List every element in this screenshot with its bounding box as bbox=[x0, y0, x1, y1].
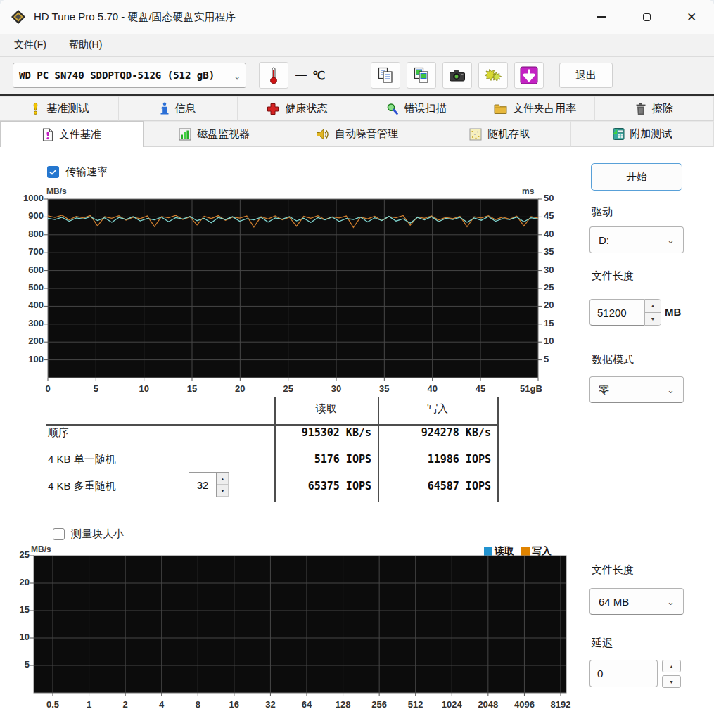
tab-随机存取[interactable]: 随机存取 bbox=[428, 121, 571, 147]
spinner-arrows[interactable]: ▲▼ bbox=[216, 473, 229, 497]
copy-text-button[interactable] bbox=[371, 62, 400, 89]
transfer-rate-checkbox[interactable] bbox=[47, 166, 59, 178]
tab-错误扫描[interactable]: 错误扫描 bbox=[357, 96, 476, 121]
menu-item-file[interactable]: 文件(F) bbox=[14, 39, 46, 51]
drive-dropdown-value: D: bbox=[599, 234, 609, 246]
app-icon bbox=[11, 9, 26, 25]
tab-label: 磁盘监视器 bbox=[197, 127, 250, 141]
axis-tick: 20 bbox=[544, 300, 565, 310]
write-legend-swatch bbox=[521, 547, 530, 556]
check-icon bbox=[49, 169, 57, 175]
block-size-label: 测量块大小 bbox=[71, 528, 124, 541]
info-icon bbox=[160, 102, 169, 115]
drive-select[interactable]: WD PC SN740 SDDPTQD-512G (512 gB) ⌄ bbox=[13, 63, 246, 88]
file-benchmark-icon bbox=[42, 128, 53, 141]
chevron-down-icon: ⌄ bbox=[234, 70, 240, 81]
spin-down-icon[interactable]: ▼ bbox=[645, 313, 661, 326]
axis-tick: 20 bbox=[1, 577, 30, 587]
drive-label: 驱动 bbox=[592, 205, 613, 219]
tab-基准测试[interactable]: 基准测试 bbox=[0, 96, 119, 121]
chart2-unit: MB/s bbox=[31, 544, 51, 554]
camera-button[interactable] bbox=[442, 62, 472, 89]
random-access-icon bbox=[469, 128, 482, 141]
file-length-unit: MB bbox=[665, 306, 681, 318]
axis-tick: 700 bbox=[8, 246, 44, 257]
write-column-header: 写入 bbox=[378, 402, 497, 416]
speaker-icon bbox=[316, 128, 329, 141]
save-results-icon bbox=[484, 68, 502, 83]
axis-tick: 50 bbox=[544, 193, 565, 203]
block-size-checkbox[interactable] bbox=[53, 528, 65, 540]
axis-tick: 15 bbox=[1, 604, 30, 615]
read-value: 65375 IOPS bbox=[281, 480, 371, 492]
tab-信息[interactable]: 信息 bbox=[119, 96, 238, 121]
copy-text-icon bbox=[378, 67, 393, 84]
exit-button[interactable]: 退出 bbox=[559, 63, 613, 88]
axis-tick: 600 bbox=[8, 264, 44, 275]
tab-擦除[interactable]: 擦除 bbox=[595, 96, 714, 121]
delay-up-button[interactable]: ▲ bbox=[662, 660, 681, 672]
tab-label: 自动噪音管理 bbox=[335, 127, 398, 141]
toolbar: WD PC SN740 SDDPTQD-512G (512 gB) ⌄ — ℃ … bbox=[0, 57, 714, 96]
toolbar-buttons bbox=[364, 62, 544, 89]
delay-down-button[interactable]: ▼ bbox=[662, 675, 681, 688]
thermometer-icon bbox=[269, 66, 279, 84]
queue-depth-spinner[interactable]: 32▲▼ bbox=[189, 472, 229, 497]
file-length-spinner[interactable]: ▲▼ bbox=[644, 299, 661, 326]
tab-附加测试[interactable]: 附加测试 bbox=[571, 121, 714, 147]
file-length-value-2: 64 MB bbox=[599, 596, 629, 608]
file-length-label-2: 文件长度 bbox=[592, 563, 634, 577]
title-bar: HD Tune Pro 5.70 - 硬盘/固态硬盘实用程序 ✕ bbox=[0, 0, 714, 34]
delay-input[interactable] bbox=[589, 660, 658, 687]
file-length-input[interactable] bbox=[589, 299, 644, 326]
read-legend-swatch bbox=[484, 547, 492, 556]
axis-tick: 800 bbox=[8, 229, 44, 239]
copy-image-icon bbox=[414, 67, 429, 84]
axis-tick: 10 bbox=[544, 336, 565, 346]
delay-label: 延迟 bbox=[592, 637, 613, 650]
tab-健康状态[interactable]: 健康状态 bbox=[238, 96, 357, 121]
axis-tick: 30 bbox=[544, 264, 565, 275]
spin-up-icon[interactable]: ▲ bbox=[217, 473, 229, 485]
axis-tick: 30 bbox=[315, 383, 357, 394]
camera-icon bbox=[449, 68, 466, 82]
block-size-chart bbox=[34, 556, 566, 693]
table-header-rule bbox=[46, 424, 497, 426]
update-download-icon bbox=[520, 66, 538, 84]
menu-item-help[interactable]: 帮助(H) bbox=[69, 39, 102, 51]
start-button[interactable]: 开始 bbox=[591, 163, 682, 191]
spin-down-icon[interactable]: ▼ bbox=[217, 485, 229, 497]
tab-磁盘监视器[interactable]: 磁盘监视器 bbox=[144, 121, 286, 147]
maximize-button[interactable] bbox=[624, 0, 669, 34]
table-divider bbox=[497, 397, 499, 502]
tab-label: 随机存取 bbox=[487, 127, 530, 141]
temperature-button[interactable] bbox=[259, 62, 288, 89]
data-mode-dropdown[interactable]: 零⌄ bbox=[589, 376, 684, 403]
copy-image-button[interactable] bbox=[407, 62, 436, 89]
file-length-dropdown-2[interactable]: 64 MB⌄ bbox=[589, 588, 684, 615]
read-value: 915302 KB/s bbox=[281, 426, 371, 439]
drive-dropdown[interactable]: D:⌄ bbox=[589, 226, 684, 253]
tab-自动噪音管理[interactable]: 自动噪音管理 bbox=[286, 121, 429, 147]
spin-up-icon[interactable]: ▲ bbox=[645, 300, 661, 313]
trash-icon bbox=[635, 103, 646, 115]
save-results-button[interactable] bbox=[478, 62, 508, 89]
axis-tick: 0 bbox=[27, 383, 69, 394]
axis-tick: 20 bbox=[219, 383, 261, 394]
close-button[interactable]: ✕ bbox=[669, 0, 714, 34]
axis-tick: 300 bbox=[8, 318, 44, 328]
minimize-button[interactable] bbox=[579, 0, 624, 34]
axis-tick: 200 bbox=[8, 336, 44, 346]
axis-tick: 51gB bbox=[510, 383, 552, 394]
maximize-icon bbox=[643, 13, 651, 21]
axis-tick: 5 bbox=[1, 659, 30, 670]
update-download-button[interactable] bbox=[514, 62, 544, 89]
app-window: HD Tune Pro 5.70 - 硬盘/固态硬盘实用程序 ✕ 文件(F)帮助… bbox=[0, 0, 714, 728]
axis-tick: 1000 bbox=[8, 193, 44, 203]
axis-tick: 35 bbox=[363, 383, 405, 394]
minimize-icon bbox=[597, 16, 606, 17]
queue-depth-value: 32 bbox=[189, 473, 216, 497]
tab-文件基准[interactable]: 文件基准 bbox=[0, 121, 144, 147]
tab-文件夹占用率[interactable]: 文件夹占用率 bbox=[476, 96, 595, 121]
tab-strip: 基准测试信息健康状态错误扫描文件夹占用率擦除 文件基准磁盘监视器自动噪音管理随机… bbox=[0, 96, 714, 147]
